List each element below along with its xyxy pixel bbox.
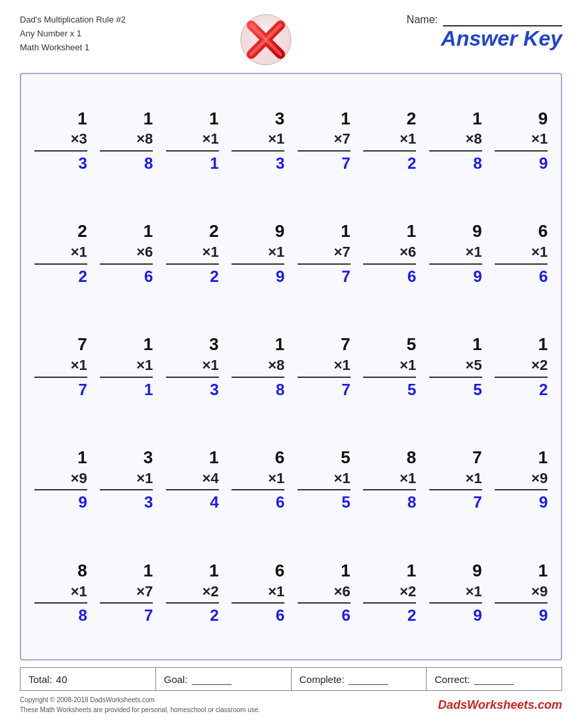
problem-mult-2-6: ×5 xyxy=(466,356,482,375)
problem-answer-4-0: 8 xyxy=(78,605,87,625)
complete-label: Complete: xyxy=(300,674,345,685)
problem-mult-4-4: ×6 xyxy=(334,582,351,602)
problem-mult-4-3: ×1 xyxy=(268,582,284,602)
problem-top-4-7: 1 xyxy=(538,560,548,582)
problem-answer-2-6: 5 xyxy=(473,379,481,400)
problem-divider-0-1 xyxy=(100,150,153,152)
problem-mult-3-2: ×4 xyxy=(202,469,219,488)
footer-goal: Goal: xyxy=(156,668,292,690)
problem-divider-1-7 xyxy=(495,263,548,265)
problem-2-5: 5×15 xyxy=(363,334,416,400)
problem-divider-2-1 xyxy=(100,377,153,378)
header: Dad's Multiplication Rule #2 Any Number … xyxy=(20,13,562,66)
problem-top-0-0: 1 xyxy=(77,108,87,130)
problem-3-7: 1×99 xyxy=(495,447,548,513)
problem-top-4-2: 1 xyxy=(209,560,218,582)
problem-top-4-4: 1 xyxy=(341,560,350,582)
problem-divider-2-2 xyxy=(166,377,219,378)
problem-divider-2-6 xyxy=(429,377,482,378)
problem-mult-2-7: ×2 xyxy=(531,356,548,375)
problem-divider-1-5 xyxy=(363,263,416,265)
problem-top-2-2: 3 xyxy=(209,334,218,356)
problem-3-5: 8×18 xyxy=(363,447,416,513)
problem-mult-0-2: ×1 xyxy=(202,130,219,149)
problem-answer-0-4: 7 xyxy=(341,153,350,173)
problem-top-3-7: 1 xyxy=(538,447,548,469)
problem-top-3-3: 6 xyxy=(275,447,284,469)
problem-mult-1-1: ×6 xyxy=(136,243,153,262)
problem-divider-0-0 xyxy=(34,150,87,152)
problem-3-6: 7×17 xyxy=(429,447,482,513)
problem-divider-4-7 xyxy=(495,602,548,604)
problem-top-3-4: 5 xyxy=(341,447,350,469)
problem-top-0-3: 3 xyxy=(275,108,284,130)
problem-1-2: 2×12 xyxy=(166,220,219,287)
problem-3-0: 1×99 xyxy=(34,447,87,513)
problem-4-2: 1×22 xyxy=(166,560,219,626)
problem-divider-3-2 xyxy=(166,489,219,490)
brand-logo: DadsWorksheets.com xyxy=(438,698,562,712)
footer-total: Total: 40 xyxy=(21,668,156,690)
problem-mult-1-0: ×1 xyxy=(71,243,87,262)
problem-4-5: 1×22 xyxy=(363,560,416,626)
problem-mult-4-7: ×9 xyxy=(531,582,548,602)
problem-1-7: 6×16 xyxy=(495,220,548,287)
problem-divider-0-4 xyxy=(298,150,351,152)
copyright-line2: These Math Worksheets are provided for p… xyxy=(20,705,260,715)
problem-answer-1-0: 2 xyxy=(78,266,87,287)
problem-divider-0-6 xyxy=(429,150,482,152)
problem-top-0-4: 1 xyxy=(341,108,350,130)
problem-divider-1-4 xyxy=(298,263,351,265)
worksheet-area: 1×331×881×113×131×772×121×889×192×121×66… xyxy=(20,73,562,660)
problem-answer-1-3: 9 xyxy=(276,266,284,287)
problem-answer-0-3: 3 xyxy=(276,153,284,173)
correct-label: Correct: xyxy=(435,674,470,685)
problem-answer-0-7: 9 xyxy=(539,153,548,173)
problem-answer-0-6: 8 xyxy=(473,153,481,173)
problem-answer-2-7: 2 xyxy=(539,379,548,400)
problem-mult-3-5: ×1 xyxy=(399,469,416,488)
problem-top-2-6: 1 xyxy=(472,334,481,356)
problem-divider-3-0 xyxy=(34,489,87,490)
problem-top-3-5: 8 xyxy=(407,447,416,469)
problem-answer-1-4: 7 xyxy=(341,266,350,287)
title-line1: Dad's Multiplication Rule #2 xyxy=(20,13,126,27)
problem-answer-2-5: 5 xyxy=(407,379,416,400)
problem-top-1-5: 1 xyxy=(407,220,416,243)
problem-top-4-3: 6 xyxy=(275,560,284,582)
problem-top-2-3: 1 xyxy=(275,334,284,356)
header-right: Name: Answer Key xyxy=(407,13,562,51)
problem-answer-3-1: 3 xyxy=(144,492,153,512)
problem-mult-4-5: ×2 xyxy=(399,582,416,602)
problem-top-0-1: 1 xyxy=(144,108,153,130)
brand-worksheets: Worksheets xyxy=(467,698,534,711)
problem-2-2: 3×13 xyxy=(166,334,219,400)
problems-row-3: 1×993×131×446×165×158×187×171×99 xyxy=(28,447,554,513)
problem-divider-4-3 xyxy=(231,602,284,604)
problem-mult-2-3: ×8 xyxy=(268,356,284,375)
copyright-bar: Copyright © 2008-2018 DadsWorksheets.com… xyxy=(20,695,562,715)
problem-mult-2-4: ×1 xyxy=(334,356,351,375)
problem-answer-4-1: 7 xyxy=(144,605,153,625)
problem-answer-2-2: 3 xyxy=(210,379,218,400)
problem-top-0-6: 1 xyxy=(472,108,481,130)
problem-0-1: 1×88 xyxy=(100,108,153,174)
problem-top-4-0: 8 xyxy=(77,560,87,582)
problem-4-4: 1×66 xyxy=(298,560,351,626)
problem-answer-0-5: 2 xyxy=(407,153,416,173)
copyright-line1: Copyright © 2008-2018 DadsWorksheets.com xyxy=(20,695,260,705)
problem-top-0-2: 1 xyxy=(209,108,218,130)
problem-mult-0-5: ×1 xyxy=(399,130,416,149)
problem-2-0: 7×17 xyxy=(34,334,87,400)
problem-divider-3-4 xyxy=(298,489,351,490)
problem-answer-4-4: 6 xyxy=(341,605,350,625)
brand-dads: Dads xyxy=(438,698,467,711)
problem-mult-4-2: ×2 xyxy=(202,582,219,602)
problem-top-1-2: 2 xyxy=(209,220,218,243)
problem-4-6: 9×19 xyxy=(429,560,482,626)
problem-mult-1-7: ×1 xyxy=(531,243,548,262)
problem-top-4-6: 9 xyxy=(472,560,481,582)
problem-mult-3-0: ×9 xyxy=(71,469,87,488)
problem-top-2-1: 1 xyxy=(144,334,153,356)
problem-mult-4-0: ×1 xyxy=(71,582,87,602)
